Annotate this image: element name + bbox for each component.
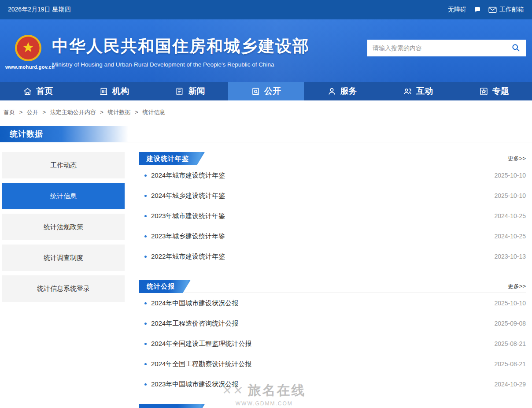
article-date: 2024-10-25 [494, 233, 526, 240]
nav-item-disclosure[interactable]: 公开 [228, 82, 304, 100]
site-subtitle: Ministry of Housing and Urban-Rural Deve… [52, 61, 310, 68]
sidebar-item-statistics-info[interactable]: 统计信息 [2, 183, 125, 209]
sidebar-item-statistics-survey-system[interactable]: 统计调查制度 [2, 245, 125, 271]
breadcrumb-link-disclosure[interactable]: 公开 [27, 109, 38, 115]
list-item: 2024年全国工程勘察设计统计公报 2025-08-21 [139, 354, 526, 374]
nav-item-label: 机构 [112, 85, 129, 97]
site-header: www.mohurd.gov.cn 中华人民共和国住房和城乡建设部 Minist… [0, 19, 532, 82]
article-date: 2024-10-25 [494, 212, 526, 219]
article-date: 2024-10-29 [494, 381, 526, 388]
section-tab: 建设统计年鉴 [139, 152, 205, 165]
work-mailbox-link[interactable]: 工作邮箱 [488, 6, 524, 14]
bullet-icon [144, 215, 147, 217]
article-link[interactable]: 2024年城乡建设统计年鉴 [151, 192, 487, 200]
sidebar-menu: 工作动态 统计信息 统计法规政策 统计调查制度 统计信息系统登录 [2, 152, 125, 408]
list-item: 2024年工程造价咨询统计公报 2025-09-08 [139, 313, 526, 334]
breadcrumb-separator: > [100, 109, 103, 115]
disclosure-icon [251, 87, 260, 96]
article-date: 2025-10-10 [494, 192, 526, 199]
wechat-link[interactable] [473, 6, 481, 14]
main-content: 建设统计年鉴 更多>> 2024年城市建设统计年鉴 2025-10-10 202… [139, 152, 526, 408]
top-bar: 2026年2月19日 星期四 无障碍 工作邮箱 [0, 0, 532, 19]
bullet-icon [144, 363, 147, 365]
nav-item-label: 公开 [264, 85, 281, 97]
search-icon [511, 43, 520, 53]
news-icon [175, 87, 184, 96]
breadcrumb-separator: > [42, 109, 46, 115]
accessibility-link[interactable]: 无障碍 [448, 6, 466, 14]
article-link[interactable]: 2024年城市建设统计年鉴 [151, 171, 487, 180]
list-item: 2024年全国建设工程监理统计公报 2025-08-21 [139, 334, 526, 354]
national-emblem-logo [15, 34, 42, 62]
section-tab: 统计公报 [139, 280, 191, 293]
bullet-icon [144, 256, 147, 258]
bullet-icon [144, 302, 147, 304]
breadcrumb-separator: > [135, 109, 138, 115]
nav-item-interaction[interactable]: 互动 [380, 82, 456, 100]
article-link[interactable]: 2024年全国工程勘察设计统计公报 [151, 360, 487, 368]
top-bar-links: 无障碍 工作邮箱 [448, 6, 524, 14]
nav-item-label: 服务 [340, 85, 357, 97]
list-item: 2024年中国城市建设状况公报 2025-10-10 [139, 293, 526, 313]
breadcrumb-link-statistics-data[interactable]: 统计数据 [108, 109, 131, 115]
search-box [367, 40, 526, 56]
chat-bubble-icon [473, 6, 481, 14]
article-link[interactable]: 2024年中国城市建设状况公报 [151, 299, 487, 308]
article-link[interactable]: 2023年中国城市建设状况公报 [151, 380, 487, 389]
article-date: 2025-08-21 [494, 340, 526, 347]
bullet-icon [144, 174, 147, 177]
bullet-icon [144, 195, 147, 197]
page: 2026年2月19日 星期四 无障碍 工作邮箱 [0, 0, 532, 408]
search-input[interactable] [367, 40, 506, 56]
main-nav: 首页 机构 新闻 公开 [0, 82, 532, 100]
search-button[interactable] [506, 40, 526, 56]
sidebar-item-work-updates[interactable]: 工作动态 [2, 152, 125, 178]
article-link[interactable]: 2024年全国建设工程监理统计公报 [151, 340, 487, 348]
article-date: 2025-10-10 [494, 172, 526, 179]
bullet-icon [144, 383, 147, 386]
list-item: 2023年城市建设统计年鉴 2024-10-25 [139, 206, 526, 226]
star-badge-icon [479, 87, 488, 96]
list-item: 2024年城乡建设统计年鉴 2025-10-10 [139, 185, 526, 206]
article-link[interactable]: 2024年工程造价咨询统计公报 [151, 319, 487, 328]
interaction-people-icon [403, 87, 412, 96]
nav-item-services[interactable]: 服务 [304, 82, 380, 100]
list-item: 2024年城市建设统计年鉴 2025-10-10 [139, 165, 526, 185]
section-statistical-bulletins: 统计公报 更多>> 2024年中国城市建设状况公报 2025-10-10 202… [139, 280, 526, 394]
nav-item-label: 互动 [416, 85, 433, 97]
more-link[interactable]: 更多>> [508, 282, 526, 290]
nav-item-label: 新闻 [188, 85, 205, 97]
article-link[interactable]: 2022年城市建设统计年鉴 [151, 252, 487, 261]
home-icon [23, 87, 32, 96]
section-header: 建设统计年鉴 更多>> [139, 152, 526, 165]
site-url: www.mohurd.gov.cn [5, 64, 51, 70]
page-title: 统计数据 [0, 126, 137, 142]
list-item: 2023年城乡建设统计年鉴 2024-10-25 [139, 226, 526, 246]
breadcrumb-link-statistics-info[interactable]: 统计信息 [142, 109, 165, 115]
nav-item-org[interactable]: 机构 [76, 82, 152, 100]
breadcrumb: 首页 > 公开 > 法定主动公开内容 > 统计数据 > 统计信息 [4, 108, 532, 116]
partial-section-tab [139, 404, 205, 408]
bullet-icon [144, 235, 147, 237]
list-item: 2023年中国城市建设状况公报 2024-10-29 [139, 374, 526, 394]
more-link[interactable]: 更多>> [508, 155, 526, 163]
content-area: 工作动态 统计信息 统计法规政策 统计调查制度 统计信息系统登录 建设统计年鉴 … [0, 142, 532, 408]
article-link[interactable]: 2023年城市建设统计年鉴 [151, 212, 487, 220]
section-statistical-yearbooks: 建设统计年鉴 更多>> 2024年城市建设统计年鉴 2025-10-10 202… [139, 152, 526, 267]
article-date: 2025-09-08 [494, 320, 526, 327]
nav-item-home[interactable]: 首页 [0, 82, 76, 100]
current-date: 2026年2月19日 星期四 [8, 6, 70, 14]
section-header: 统计公报 更多>> [139, 280, 526, 293]
sidebar-item-statistics-system-login[interactable]: 统计信息系统登录 [2, 275, 125, 302]
article-date: 2023-10-13 [494, 253, 526, 260]
article-link[interactable]: 2023年城乡建设统计年鉴 [151, 232, 487, 241]
breadcrumb-link-statutory-content[interactable]: 法定主动公开内容 [50, 109, 96, 115]
nav-item-topics[interactable]: 专题 [456, 82, 532, 100]
sidebar-item-statistics-regulations[interactable]: 统计法规政策 [2, 214, 125, 240]
nav-item-label: 首页 [36, 85, 53, 97]
breadcrumb-link-home[interactable]: 首页 [4, 109, 15, 115]
breadcrumb-separator: > [19, 109, 23, 115]
envelope-icon [488, 7, 497, 13]
nav-item-news[interactable]: 新闻 [152, 82, 228, 100]
article-date: 2025-08-21 [494, 360, 526, 367]
